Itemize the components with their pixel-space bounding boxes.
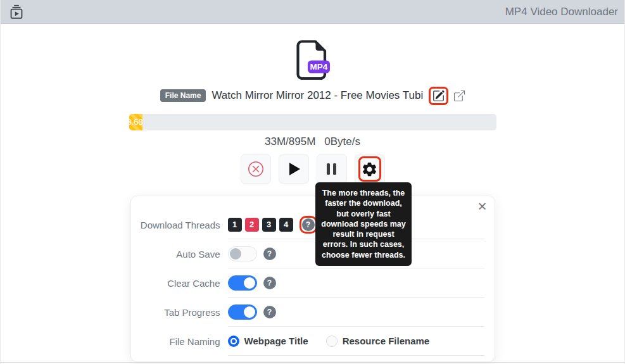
download-speed-text: 0Byte/s bbox=[324, 135, 360, 148]
edit-icon bbox=[432, 90, 445, 102]
file-naming-label: File Naming bbox=[131, 336, 220, 347]
radio-resource-filename[interactable]: Resource Filename bbox=[326, 336, 430, 347]
play-button[interactable] bbox=[279, 154, 309, 184]
settings-panel: × Download Threads 1 2 3 4 ? Auto Save ? bbox=[130, 196, 495, 362]
thread-option-4[interactable]: 4 bbox=[279, 218, 293, 232]
progress-status: 33M/895M 0Byte/s bbox=[1, 135, 624, 148]
threads-help-icon[interactable]: ? bbox=[302, 218, 315, 231]
pause-button[interactable] bbox=[317, 154, 347, 184]
progress-bar: 3.68 bbox=[129, 114, 496, 130]
gear-icon bbox=[361, 161, 378, 178]
file-name-text: Watch Mirror Mirror 2012 - Free Movies T… bbox=[211, 89, 423, 102]
tab-progress-row: Tab Progress ? bbox=[131, 298, 495, 327]
radio-webpage-title-icon[interactable] bbox=[228, 336, 239, 347]
auto-save-help-icon[interactable]: ? bbox=[263, 248, 276, 260]
pause-icon bbox=[327, 163, 336, 175]
filename-row: File Name Watch Mirror Mirror 2012 - Fre… bbox=[1, 87, 624, 104]
progress-fill: 3.68 bbox=[129, 114, 142, 130]
header: MP4 Video Downloader bbox=[1, 0, 624, 24]
radio-resource-filename-label: Resource Filename bbox=[343, 336, 430, 346]
bottom-divider bbox=[1, 362, 624, 363]
play-icon bbox=[289, 163, 300, 175]
app-window: MP4 Video Downloader MP4 File Name Watch… bbox=[0, 0, 625, 364]
auto-save-toggle[interactable] bbox=[228, 246, 257, 261]
control-buttons bbox=[1, 154, 624, 184]
cancel-x-circle-icon bbox=[248, 161, 263, 177]
clear-cache-toggle[interactable] bbox=[228, 275, 257, 291]
downloaded-size-text: 33M/895M bbox=[265, 135, 315, 148]
tab-progress-toggle[interactable] bbox=[228, 304, 257, 320]
open-source-button[interactable] bbox=[454, 91, 465, 101]
download-threads-row: Download Threads 1 2 3 4 ? bbox=[131, 210, 495, 239]
annotation-box-threads-help: ? bbox=[300, 216, 317, 234]
auto-save-row: Auto Save ? bbox=[131, 239, 495, 268]
download-threads-label: Download Threads bbox=[131, 220, 220, 230]
clear-cache-row: Clear Cache ? bbox=[131, 268, 495, 298]
settings-button[interactable] bbox=[355, 154, 385, 184]
radio-webpage-title[interactable]: Webpage Title bbox=[228, 336, 308, 347]
mp4-badge-text: MP4 bbox=[310, 62, 327, 72]
tab-progress-label: Tab Progress bbox=[131, 307, 220, 318]
thread-option-2[interactable]: 2 bbox=[245, 218, 259, 232]
file-naming-row: File Naming Webpage Title Resource Filen… bbox=[131, 327, 495, 356]
cancel-button[interactable] bbox=[241, 154, 271, 184]
annotation-box-edit bbox=[429, 87, 448, 105]
edit-filename-button[interactable] bbox=[432, 90, 445, 102]
clear-cache-help-icon[interactable]: ? bbox=[263, 277, 276, 289]
file-name-badge: File Name bbox=[160, 89, 206, 102]
threads-tooltip: The more threads, the faster the downloa… bbox=[315, 182, 412, 266]
clear-cache-label: Clear Cache bbox=[131, 278, 220, 289]
thread-options: 1 2 3 4 bbox=[228, 218, 293, 232]
progress-percent-text: 3.68 bbox=[129, 117, 142, 127]
mp4-file-icon: MP4 bbox=[293, 39, 332, 80]
tab-progress-help-icon[interactable]: ? bbox=[263, 306, 276, 318]
external-link-icon bbox=[454, 91, 465, 101]
close-button[interactable]: × bbox=[477, 199, 486, 214]
radio-webpage-title-label: Webpage Title bbox=[244, 336, 308, 346]
radio-resource-filename-icon[interactable] bbox=[326, 336, 338, 347]
thread-option-1[interactable]: 1 bbox=[228, 218, 242, 232]
app-title: MP4 Video Downloader bbox=[505, 6, 618, 18]
auto-save-label: Auto Save bbox=[131, 249, 220, 260]
app-logo-icon bbox=[8, 4, 25, 20]
thread-option-3[interactable]: 3 bbox=[262, 218, 276, 232]
